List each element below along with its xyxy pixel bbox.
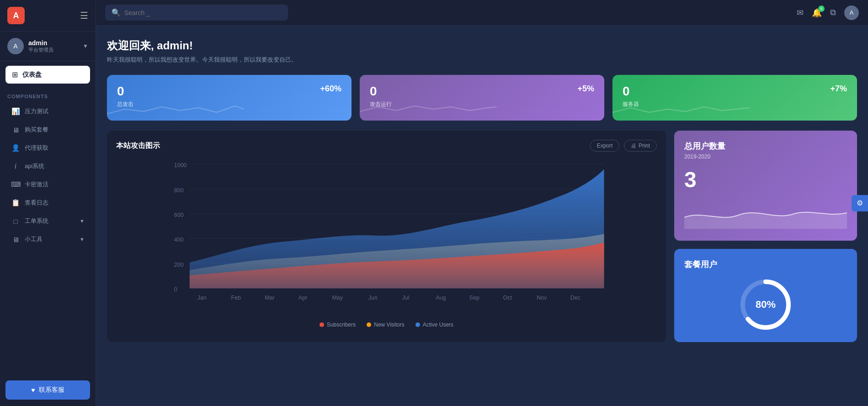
main-content: 🔍 ✉ 🔔 6 ⧉ A 欢迎回来, admin! 昨天我很聪明，所以我想改变世界… <box>96 0 868 406</box>
circle-percent-text: 80% <box>756 299 776 311</box>
avatar: A <box>7 38 24 54</box>
stat-wave-running <box>360 98 497 121</box>
api-icon: i <box>11 162 20 170</box>
api-label: api系统 <box>25 162 85 170</box>
users-card-year: 2019-2020 <box>684 153 847 160</box>
search-input[interactable] <box>124 9 282 16</box>
tools-label: 小工具 <box>25 235 80 243</box>
svg-text:Dec: Dec <box>570 295 580 301</box>
user-info: admin 平台管理员 <box>28 39 83 53</box>
user-chevron-icon: ▼ <box>83 43 88 49</box>
settings-gear-button[interactable]: ⚙ <box>852 195 868 211</box>
contact-button[interactable]: ♥ 联系客服 <box>5 380 90 400</box>
tickets-icon: □ <box>11 217 20 225</box>
sidebar-item-packages[interactable]: 🖥 购买套餐 <box>4 121 92 138</box>
chart-title: 本站攻击图示 <box>116 141 160 151</box>
right-panel: 总用户数量 2019-2020 3 套餐用户 <box>674 131 857 342</box>
active-users-label: Active Users <box>423 322 453 328</box>
tools-chevron-icon: ▼ <box>80 237 85 242</box>
logo-icon: A <box>7 7 25 24</box>
logs-icon: 📋 <box>11 199 20 207</box>
mail-icon[interactable]: ✉ <box>797 8 804 18</box>
topbar-avatar[interactable]: A <box>844 5 859 20</box>
sidebar-item-tools[interactable]: 🖥 小工具 ▼ <box>4 231 92 248</box>
sidebar: A ☰ A admin 平台管理员 ▼ ⊞ 仪表盘 COMPONENTS 📊 压… <box>0 0 96 406</box>
svg-text:Feb: Feb <box>231 295 241 301</box>
svg-text:Aug: Aug <box>436 295 446 301</box>
nav-items: 📊 压力测试 🖥 购买套餐 👤 代理获取 i api系统 ⌨ 卡密激活 📋 查看… <box>0 102 96 249</box>
dashboard-icon: ⊞ <box>12 70 18 79</box>
print-label: Print <box>639 142 650 149</box>
sidebar-item-logs[interactable]: 📋 查看日志 <box>4 194 92 211</box>
area-chart: 1000 800 600 400 200 0 Jan Feb M <box>116 159 657 314</box>
user-section[interactable]: A admin 平台管理员 ▼ <box>0 32 96 61</box>
content-area: 欢迎回来, admin! 昨天我很聪明，所以我想改变世界。今天我很聪明，所以我要… <box>96 26 868 406</box>
contact-label: 联系客服 <box>39 386 64 394</box>
dashboard-label: 仪表盘 <box>22 71 42 79</box>
heart-icon: ♥ <box>31 386 35 394</box>
chart-card: 本站攻击图示 Export 🖨 Print 1000 800 <box>107 131 666 342</box>
legend-visitors: New Visitors <box>367 322 404 328</box>
visitors-dot <box>367 322 371 327</box>
sidebar-item-api[interactable]: i api系统 <box>4 158 92 175</box>
active-users-dot <box>415 322 420 327</box>
topbar: 🔍 ✉ 🔔 6 ⧉ A <box>96 0 868 26</box>
proxy-icon: 👤 <box>11 144 20 152</box>
search-box[interactable]: 🔍 <box>105 5 288 21</box>
stat-card-running: 0 攻击运行 +5% <box>360 75 604 121</box>
svg-text:Jun: Jun <box>368 295 378 301</box>
circle-progress: 80% <box>738 277 793 332</box>
svg-text:Mar: Mar <box>265 295 274 301</box>
sidebar-item-dashboard[interactable]: ⊞ 仪表盘 <box>5 66 90 84</box>
topbar-icons: ✉ 🔔 6 ⧉ A <box>797 5 859 20</box>
sidebar-header: A ☰ <box>0 0 96 32</box>
stats-row: 0 总攻击 +60% 0 攻击运行 +5% <box>107 75 857 121</box>
notification-icon[interactable]: 🔔 6 <box>812 8 822 18</box>
stat-wave-servers <box>612 98 750 121</box>
svg-text:400: 400 <box>174 237 184 243</box>
svg-text:Sep: Sep <box>469 295 479 301</box>
activate-icon: ⌨ <box>11 180 20 189</box>
user-name: admin <box>28 39 83 47</box>
chart-legend: Subscribers New Visitors Active Users <box>116 322 657 328</box>
logs-label: 查看日志 <box>25 199 85 207</box>
print-button[interactable]: 🖨 Print <box>624 140 657 152</box>
svg-text:Jul: Jul <box>402 295 410 301</box>
packages-icon: 🖥 <box>11 126 20 134</box>
svg-text:800: 800 <box>174 187 184 194</box>
svg-text:600: 600 <box>174 212 184 218</box>
packages-label: 购买套餐 <box>25 126 85 134</box>
users-wave <box>684 201 847 229</box>
print-icon: 🖨 <box>631 142 636 149</box>
layers-icon[interactable]: ⧉ <box>830 8 836 17</box>
svg-text:Jan: Jan <box>197 295 207 301</box>
proxy-label: 代理获取 <box>25 144 85 152</box>
svg-text:Oct: Oct <box>503 295 512 301</box>
sidebar-item-tickets[interactable]: □ 工单系统 ▼ <box>4 212 92 230</box>
legend-subscribers: Subscribers <box>320 322 356 328</box>
sidebar-item-activate[interactable]: ⌨ 卡密激活 <box>4 176 92 193</box>
svg-text:May: May <box>332 295 343 301</box>
svg-text:0: 0 <box>174 286 177 293</box>
subscribers-label: Subscribers <box>327 322 356 328</box>
stat-change-running: +5% <box>577 84 594 94</box>
subs-card: 套餐用户 80% <box>674 249 857 342</box>
export-button[interactable]: Export <box>590 140 620 152</box>
subs-card-title: 套餐用户 <box>684 259 717 270</box>
svg-text:Nov: Nov <box>537 295 547 301</box>
tickets-label: 工单系统 <box>25 217 80 225</box>
welcome-title: 欢迎回来, admin! <box>107 38 857 53</box>
pressure-icon: 📊 <box>11 107 20 116</box>
search-icon: 🔍 <box>112 8 121 17</box>
hamburger-icon[interactable]: ☰ <box>80 10 88 21</box>
sidebar-item-pressure[interactable]: 📊 压力测试 <box>4 103 92 120</box>
chart-actions: Export 🖨 Print <box>590 140 657 152</box>
components-section-label: COMPONENTS <box>0 88 96 102</box>
welcome-subtitle: 昨天我很聪明，所以我想改变世界。今天我很聪明，所以我要改变自己。 <box>107 56 857 64</box>
notification-badge: 6 <box>818 5 825 12</box>
stat-card-attacks: 0 总攻击 +60% <box>107 75 351 121</box>
activate-label: 卡密激活 <box>25 180 85 189</box>
pressure-label: 压力测试 <box>25 107 85 116</box>
sidebar-item-proxy[interactable]: 👤 代理获取 <box>4 139 92 157</box>
svg-text:200: 200 <box>174 262 184 268</box>
